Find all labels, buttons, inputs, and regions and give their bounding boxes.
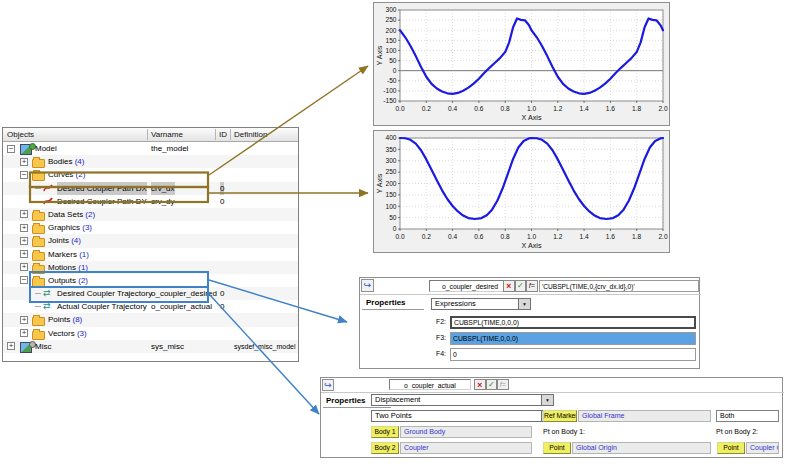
apply-button[interactable]: ✓: [486, 379, 498, 390]
collapse-icon[interactable]: −: [20, 276, 28, 284]
point2-field[interactable]: Coupler CM: [746, 442, 779, 454]
expand-icon[interactable]: +: [20, 263, 28, 271]
plot2-canvas: 0501001502002503003504000.00.20.40.60.81…: [374, 131, 669, 253]
item-count: (3): [77, 329, 87, 338]
expand-icon[interactable]: +: [7, 342, 15, 350]
varname-cell[interactable]: crv_dx: [151, 182, 175, 195]
point1-button[interactable]: Point: [543, 442, 571, 454]
tree-item-label[interactable]: Desired Coupler Path DX: [57, 182, 147, 195]
collapse-icon[interactable]: −: [7, 145, 15, 153]
tree-row[interactable]: +Graphics (3): [3, 221, 298, 234]
f4-field[interactable]: 0: [450, 348, 696, 361]
svg-text:0.4: 0.4: [448, 233, 457, 240]
ref-marker-field[interactable]: Global Frame: [578, 410, 711, 422]
tree-row[interactable]: +Markers (1): [3, 248, 298, 261]
tree-row[interactable]: Desired Coupler Path DXcrv_dx0: [3, 182, 298, 195]
expression-preview-field[interactable]: 'CUBSPL(TIME,0,{crv_dx.id},0)': [539, 280, 699, 292]
tree-item-label[interactable]: Desired Coupler Trajectory: [57, 287, 152, 300]
svg-text:400: 400: [385, 134, 396, 141]
tree-row[interactable]: +Motions (1): [3, 261, 298, 274]
tree-item-label[interactable]: Model: [35, 142, 57, 155]
cancel-button[interactable]: ×: [503, 280, 515, 292]
column-divider: [215, 129, 216, 140]
tree-item-label[interactable]: Vectors (3): [48, 327, 87, 340]
navigator-icon[interactable]: ↪: [322, 379, 334, 391]
tree-row[interactable]: ⇄Desired Coupler Trajectoryo_coupler_des…: [3, 287, 298, 300]
folder-icon: [32, 159, 45, 168]
varname-cell[interactable]: sys_misc: [151, 340, 184, 353]
tree-row[interactable]: +Data Sets (2): [3, 208, 298, 221]
point2-button[interactable]: Point: [717, 442, 745, 454]
tree-item-label[interactable]: Points (8): [48, 313, 82, 326]
tree-row[interactable]: +Points (8): [3, 313, 298, 326]
tree-item-label[interactable]: Graphics (3): [48, 221, 92, 234]
col-header-definition[interactable]: Definition: [234, 130, 267, 139]
svg-text:350: 350: [385, 146, 396, 153]
point1-field[interactable]: Global Origin: [572, 442, 711, 454]
tree-item-label[interactable]: Markers (1): [48, 248, 89, 261]
tree-item-label[interactable]: Joints (4): [48, 234, 81, 247]
svg-text:0.0: 0.0: [395, 105, 404, 112]
f2-field[interactable]: CUBSPL(TIME,0,0,0): [450, 316, 696, 329]
navigator-icon[interactable]: ↪: [361, 279, 374, 292]
tree-item-label[interactable]: Motions (1): [48, 261, 88, 274]
tree-item-label[interactable]: Curves (2): [48, 168, 85, 181]
col-header-id[interactable]: ID: [219, 130, 227, 139]
properties-tab[interactable]: Properties: [366, 298, 406, 307]
apply-button[interactable]: ✓: [515, 280, 527, 292]
body2-field[interactable]: Coupler: [400, 442, 532, 454]
output-icon: ⇄: [43, 287, 51, 300]
expand-icon[interactable]: +: [20, 210, 28, 218]
tree-row[interactable]: Desired Coupler Path DYcrv_dy0: [3, 195, 298, 208]
divider: [362, 309, 424, 310]
component-field[interactable]: Both: [716, 410, 779, 422]
expand-icon[interactable]: +: [20, 237, 28, 245]
properties-tab[interactable]: Properties: [326, 396, 366, 405]
expand-icon[interactable]: +: [20, 329, 28, 337]
tree-row[interactable]: −Curves (2): [3, 168, 298, 181]
expand-icon[interactable]: +: [20, 224, 28, 232]
svg-text:1.2: 1.2: [553, 233, 562, 240]
measure-type-dropdown[interactable]: Displacement ▼: [371, 394, 554, 406]
ref-marker-button[interactable]: Ref Marker: [543, 410, 577, 422]
tree-item-label[interactable]: Desired Coupler Path DY: [57, 195, 147, 208]
tree-row[interactable]: +Bodies (4): [3, 155, 298, 168]
varname-cell[interactable]: o_coupler_desired: [151, 287, 217, 300]
tree-item-label[interactable]: Bodies (4): [48, 155, 84, 168]
point-mode-dropdown[interactable]: Two Points ▼: [371, 410, 554, 422]
cancel-button[interactable]: ×: [474, 379, 486, 390]
expand-icon[interactable]: +: [20, 158, 28, 166]
collapse-icon[interactable]: −: [20, 171, 28, 179]
function-builder-button[interactable]: f=: [497, 379, 509, 390]
object-name-field[interactable]: o_coupler_desired: [429, 280, 511, 292]
col-header-varname[interactable]: Varname: [151, 130, 183, 139]
tree-item-label[interactable]: Misc: [35, 340, 51, 353]
tree-row[interactable]: ⇄Actual Coupler Trajectoryo_coupler_actu…: [3, 300, 298, 313]
chevron-down-icon[interactable]: ▼: [518, 299, 530, 309]
item-count: (3): [82, 223, 92, 232]
expression-mode-dropdown[interactable]: Expressions ▼: [431, 298, 531, 310]
object-name-field[interactable]: o_coupler_actual: [389, 379, 471, 390]
tree-row[interactable]: +Miscsys_miscsysdef_misc_model: [3, 340, 298, 353]
expand-icon[interactable]: +: [20, 250, 28, 258]
tree-row[interactable]: −Modelthe_model: [3, 142, 298, 155]
tree-item-label[interactable]: Data Sets (2): [48, 208, 95, 221]
varname-cell[interactable]: the_model: [151, 142, 188, 155]
varname-cell[interactable]: o_coupler_actual: [151, 300, 212, 313]
function-builder-button[interactable]: f=: [526, 280, 538, 292]
tree-row[interactable]: −Outputs (2): [3, 274, 298, 287]
body1-button[interactable]: Body 1: [371, 426, 399, 438]
body1-field[interactable]: Ground Body: [400, 426, 532, 438]
plot-desired-coupler-path-dy: 0501001502002503003504000.00.20.40.60.81…: [373, 130, 670, 253]
chevron-down-icon[interactable]: ▼: [541, 395, 553, 405]
body2-button[interactable]: Body 2: [371, 442, 399, 454]
varname-cell[interactable]: crv_dy: [151, 195, 175, 208]
tree-item-label[interactable]: Actual Coupler Trajectory: [57, 300, 147, 313]
tree-row[interactable]: +Joints (4): [3, 234, 298, 247]
tree-item-label[interactable]: Outputs (2): [48, 274, 88, 287]
col-header-objects[interactable]: Objects: [7, 130, 34, 139]
f3-field[interactable]: CUBSPL(TIME,0,0,0): [450, 332, 696, 345]
expand-icon[interactable]: +: [20, 316, 28, 324]
id-cell: 0: [220, 182, 224, 195]
tree-row[interactable]: +Vectors (3): [3, 327, 298, 340]
